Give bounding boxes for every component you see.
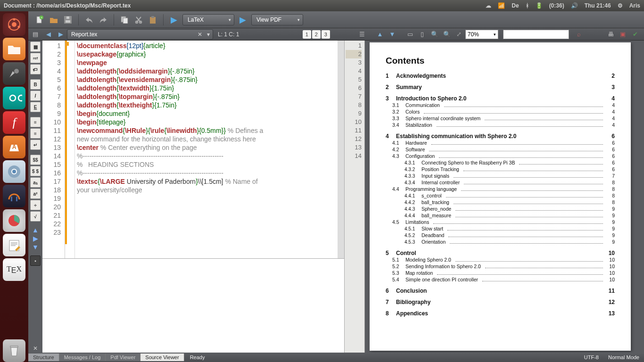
inline-math-btn[interactable]: $ $ [30,166,41,176]
external-viewer-icon[interactable]: ▣ [618,29,628,40]
editor-scrollbar[interactable] [338,41,344,258]
toc-entry[interactable]: 4.3.3Input signals7 [386,173,615,179]
toc-entry[interactable]: 3.2Colors4 [386,109,615,115]
underline-btn[interactable]: E [30,102,41,112]
panel-layout-2[interactable]: 2 [312,30,321,39]
cut-icon[interactable] [133,14,144,25]
toc-entry[interactable]: 7Bibliography12 [386,299,615,305]
toc-entry[interactable]: 5.3Map rotation10 [386,270,615,276]
zoom-selector[interactable]: 70% [465,30,498,39]
text-editor-icon[interactable] [3,234,25,256]
toc-entry[interactable]: 4.3Configuration6 [386,153,615,159]
open-file-icon[interactable] [48,14,59,25]
toc-entry[interactable]: 4.5.1Slow start9 [386,226,615,232]
toc-entry[interactable]: 1Acknowledgments2 [386,73,615,79]
new-file-icon[interactable]: + [34,14,45,25]
volume-icon[interactable]: 🔊 [571,2,578,9]
software-center-icon[interactable]: A [3,136,25,158]
toc-entry[interactable]: 4.4Programming language8 [386,186,615,192]
build-arrow-icon[interactable]: ▶ [168,14,180,25]
leftalign-btn[interactable]: ≡ [30,117,41,127]
view-selector[interactable]: View PDF [251,14,303,25]
toc-entry[interactable]: 6Conclusion11 [386,288,615,294]
toc-entry[interactable]: 4.4.2ball_tracking8 [386,199,615,206]
status-tab-structure[interactable]: Structure [28,354,59,361]
file-tab[interactable]: Report.tex ✕ ▾ [67,29,213,40]
engine-selector[interactable]: LaTeX [182,14,234,25]
copy-icon[interactable] [119,14,130,25]
bluetooth-icon[interactable]: ᚼ [526,2,529,9]
toc-entry[interactable]: 2Summary3 [386,84,615,90]
log-console[interactable] [42,258,344,353]
status-tab-source-viewer[interactable]: Source Viewer [140,354,184,361]
toc-entry[interactable]: 4.4.1s_control8 [386,193,615,199]
zoom-actual-icon[interactable]: ⤢ [454,29,464,40]
panel-layout-3[interactable]: 3 [322,30,330,39]
panel-layout-1[interactable]: 1 [303,30,311,39]
save-icon[interactable] [62,14,74,25]
label-btn[interactable]: 🏷 [30,64,41,74]
toc-entry[interactable]: 5.1Modeling Sphero 2.010 [386,257,615,263]
palette-up-icon[interactable]: ▲ [32,226,39,234]
pdf-toc-icon[interactable]: ☰ [357,29,367,40]
zoom-in-icon[interactable]: 🔍 [442,29,452,40]
toc-entry[interactable]: 8Appendices13 [386,310,615,317]
tab-dropdown-icon[interactable]: ▾ [207,31,210,38]
pdf-fit-width-icon[interactable]: ▯ [417,29,428,40]
toc-entry[interactable]: 4.2Software6 [386,147,615,153]
toc-entry[interactable]: 4.3.2Position Tracking6 [386,166,615,173]
code-editor[interactable]: 1234567891011121314151617181920212223 \d… [42,41,344,258]
trash-icon[interactable] [3,339,25,362]
sqrt-btn[interactable]: √ [30,211,41,222]
superscript-btn[interactable]: a² [30,189,41,199]
palette-close-icon[interactable]: ✕ [33,345,38,352]
toc-entry[interactable]: 5.2Sending Information to Sphero 2.010 [386,263,615,270]
toc-entry[interactable]: 4.3.1Connecting Sphero to the Raspberry … [386,160,615,166]
pdf-up-icon[interactable]: ▲ [375,29,385,40]
palette-down-icon[interactable]: ▼ [32,243,39,251]
palette-right-icon[interactable]: ▶ [33,235,38,242]
toc-entry[interactable]: 5Control10 [386,250,615,256]
toc-entry[interactable]: 3Introduction to Sphero 2.04 [386,95,615,102]
pdf-find-icon[interactable]: ⌕ [574,29,584,40]
print-icon[interactable]: 🖶 [605,29,616,40]
pdf-fit-page-icon[interactable]: ▭ [405,29,415,40]
terminal-btn[interactable]: ▪ [30,255,41,266]
part-btn[interactable]: ▦ [30,41,41,52]
newline-btn[interactable]: ↵ [30,140,41,150]
chromium-icon[interactable] [3,160,25,183]
toggle-structure-icon[interactable]: ▤ [30,29,41,40]
settings-icon[interactable] [3,62,25,85]
toc-entry[interactable]: 3.3Sphero internal coordinate system4 [386,115,615,122]
tab-close-icon[interactable]: ✕ [198,31,202,38]
redo-icon[interactable] [98,14,109,25]
dash-icon[interactable] [3,13,25,36]
pdf-page[interactable]: Contents 1Acknowledgments22Summary33Intr… [370,42,631,351]
disk-usage-icon[interactable] [3,209,25,232]
files-icon[interactable] [3,38,25,60]
nav-fwd-icon[interactable]: ▶ [56,29,66,40]
texstudio-icon[interactable]: TEX [3,258,25,281]
status-tab-pdf-viewer[interactable]: Pdf Viewer [106,354,140,361]
toc-entry[interactable]: 4.3.4Internal controller8 [386,180,615,186]
audacity-icon[interactable] [3,185,25,207]
toc-entry[interactable]: 4Establishing communication with Sphero … [386,133,615,140]
center-btn[interactable]: ≡ [30,128,41,139]
arduino-icon[interactable] [3,87,25,109]
italic-btn[interactable]: I [30,90,41,101]
fritzing-icon[interactable]: f [3,111,25,134]
ref-btn[interactable]: ref [30,53,41,63]
wifi-icon[interactable]: 📶 [498,2,505,9]
toc-entry[interactable]: 4.5.3Orientation9 [386,239,615,245]
toc-entry[interactable]: 3.1Communication4 [386,102,615,108]
bold-btn[interactable]: B [30,79,41,90]
pdf-down-icon[interactable]: ▼ [387,29,397,40]
clock[interactable]: Thu 21:46 [585,2,611,9]
undo-icon[interactable] [83,14,95,25]
subscript-btn[interactable]: a₁ [30,177,41,188]
pdf-search-input[interactable] [503,30,569,39]
toc-entry[interactable]: 4.5.2Deadband9 [386,232,615,239]
battery-icon[interactable]: 🔋 [536,2,543,9]
math-btn[interactable]: $$ [30,155,41,165]
toc-entry[interactable]: 5.4Simple one direction PI controller10 [386,277,615,283]
